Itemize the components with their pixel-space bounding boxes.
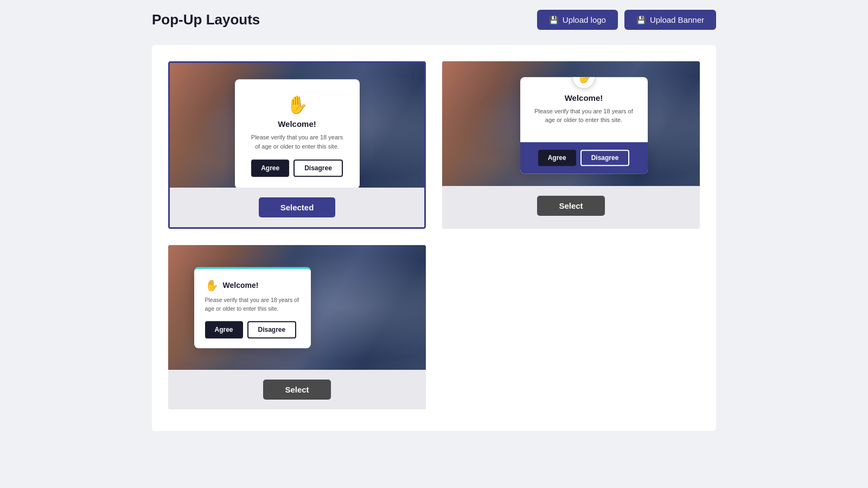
select-button-3[interactable]: Select [263,380,330,400]
layout-card-1: ✋ Welcome! Please verify that you are 18… [168,61,426,229]
popup-title-1: Welcome! [251,119,343,129]
popup-3: ✋ Welcome! Please verify that you are 18… [194,267,311,348]
layout-preview-1: ✋ Welcome! Please verify that you are 18… [170,63,424,188]
popup-disagree-btn-3[interactable]: Disagree [247,321,297,338]
popup-2: ✋ Welcome! Please verify that you are 18… [520,77,648,174]
select-button-2[interactable]: Select [537,196,604,216]
page-header: Pop-Up Layouts 💾 Upload logo 💾 Upload Ba… [0,0,868,40]
layouts-container: ✋ Welcome! Please verify that you are 18… [152,45,716,431]
popup-1: ✋ Welcome! Please verify that you are 18… [235,79,360,188]
hand-icon-1: ✋ [251,94,343,115]
popup-disagree-btn-2[interactable]: Disagree [580,150,630,166]
popup-title-3: Welcome! [223,281,259,290]
layout-card-3: ✋ Welcome! Please verify that you are 18… [168,245,426,409]
layouts-grid: ✋ Welcome! Please verify that you are 18… [168,61,700,409]
card-footer-1: Selected [170,188,424,227]
popup-text-3: Please verify that you are 18 years of a… [205,296,300,313]
popup-2-bar: Agree Disagree [520,142,648,174]
popup-text-2: Please verify that you are 18 years of a… [531,107,637,125]
popup-agree-btn-3[interactable]: Agree [205,321,243,338]
layout-preview-2: ✋ Welcome! Please verify that you are 18… [442,61,700,186]
page-title: Pop-Up Layouts [152,11,260,28]
main-area: ✋ Welcome! Please verify that you are 18… [0,40,868,453]
popup-title-2: Welcome! [531,93,637,102]
popup-agree-btn-2[interactable]: Agree [538,150,576,166]
upload-banner-icon: 💾 [636,16,646,24]
popup-disagree-btn-1[interactable]: Disagree [293,159,343,177]
hand-icon-3: ✋ [205,279,219,292]
popup-buttons-1: Agree Disagree [251,159,343,177]
popup-3-header: ✋ Welcome! [205,279,300,292]
layout-preview-3: ✋ Welcome! Please verify that you are 18… [168,245,426,370]
popup-agree-btn-1[interactable]: Agree [251,159,289,177]
upload-logo-icon: 💾 [549,16,558,24]
upload-banner-button[interactable]: 💾 Upload Banner [624,10,716,30]
page-wrapper: Pop-Up Layouts 💾 Upload logo 💾 Upload Ba… [0,0,868,453]
popup-buttons-3: Agree Disagree [205,321,300,338]
card-footer-2: Select [442,186,700,226]
select-button-1[interactable]: Selected [259,197,336,217]
upload-logo-button[interactable]: 💾 Upload logo [537,10,618,30]
card-footer-3: Select [168,370,426,409]
popup-text-1: Please verify that you are 18 years of a… [251,133,343,151]
layout-card-2: ✋ Welcome! Please verify that you are 18… [442,61,700,229]
header-buttons: 💾 Upload logo 💾 Upload Banner [537,10,716,30]
